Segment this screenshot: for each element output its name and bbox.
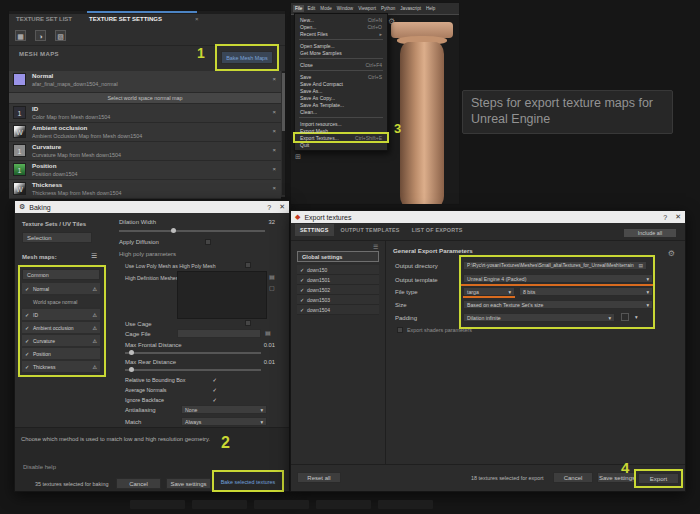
menubar-item[interactable]: File: [293, 5, 304, 12]
output-directory-field[interactable]: P:\Ryc\rt-yosan\Textures\Meshes\Small_al…: [463, 261, 647, 270]
menubar-item[interactable]: Javascript: [398, 5, 423, 12]
texture-set-row[interactable]: ✓ down1501: [297, 275, 379, 285]
selection-dropdown[interactable]: Selection: [22, 232, 92, 243]
output-template-dropdown[interactable]: Unreal Engine 4 (Packed) ▾: [463, 274, 653, 283]
file-menu-item[interactable]: Recent Files ▸: [295, 30, 387, 37]
bake-map-checkbox-row[interactable]: ✓ Ambient occlusion ⚠: [22, 322, 100, 333]
close-icon[interactable]: ✕: [279, 203, 285, 211]
file-menu-item[interactable]: [299, 70, 383, 71]
filter-icon[interactable]: ☰: [91, 252, 97, 260]
file-menu-item[interactable]: Save As Template...: [295, 101, 387, 108]
bake-map-checkbox-row[interactable]: ✓ Position: [22, 348, 100, 359]
max-rear-slider[interactable]: [125, 369, 261, 371]
reset-all-button[interactable]: Reset all: [297, 472, 341, 483]
tab-close-icon[interactable]: ×: [195, 16, 199, 22]
size-dropdown[interactable]: Based on each Texture Set's size ▾: [463, 300, 653, 309]
file-menu-item[interactable]: [299, 58, 383, 59]
cancel-button[interactable]: Cancel: [116, 478, 161, 489]
include-all-button[interactable]: Include all: [623, 228, 677, 238]
select-world-space-normal-button[interactable]: Select world space normal map: [9, 93, 281, 104]
cage-file-browse-icon[interactable]: ▤: [265, 329, 271, 336]
bake-mesh-maps-button[interactable]: Bake Mesh Maps: [221, 51, 273, 64]
use-low-poly-checkbox[interactable]: [245, 262, 251, 268]
menubar-item[interactable]: Python: [379, 5, 397, 12]
bake-map-checkbox-row[interactable]: ✓ Curvature ⚠: [22, 335, 100, 346]
file-menu-item[interactable]: Save Ctrl+S: [295, 73, 387, 80]
texture-set-row[interactable]: ✓ down1502: [297, 285, 379, 295]
dilation-width-slider[interactable]: [119, 230, 265, 232]
mesh-map-row[interactable]: 1 ID Color Map from Mesh down1504 ×: [9, 104, 281, 123]
size-link-icon[interactable]: [621, 313, 629, 321]
export-tab[interactable]: LIST OF EXPORTS: [407, 224, 468, 236]
add-mesh-file-icon[interactable]: ▤: [269, 273, 275, 280]
remove-mesh-file-icon[interactable]: ▢: [269, 284, 275, 291]
close-icon[interactable]: ✕: [675, 213, 681, 221]
save-settings-button[interactable]: Save settings: [166, 478, 211, 489]
file-menu-item[interactable]: Save And Compact: [295, 80, 387, 87]
help-icon[interactable]: ?: [663, 214, 667, 221]
shelf-panel-icon[interactable]: ⊞: [295, 153, 301, 161]
remove-map-icon[interactable]: ×: [272, 147, 276, 153]
taskbar-item[interactable]: [192, 500, 247, 509]
file-type-dropdown[interactable]: targa ▾: [463, 287, 515, 296]
texture-set-row[interactable]: ✓ down1503: [297, 295, 379, 305]
file-menu-item[interactable]: Save As...: [295, 87, 387, 94]
remove-map-icon[interactable]: ×: [272, 166, 276, 172]
viewport-3d[interactable]: [387, 14, 459, 204]
file-menu-item[interactable]: [299, 39, 383, 40]
bake-map-checkbox-row[interactable]: ✓ Normal ⚠: [22, 283, 100, 294]
max-frontal-slider[interactable]: [125, 352, 261, 354]
disable-help-link[interactable]: Disable help: [23, 464, 56, 470]
common-dropdown[interactable]: Common: [22, 269, 100, 280]
remove-map-icon[interactable]: ×: [272, 76, 276, 82]
bake-selected-textures-button[interactable]: Bake selected textures: [216, 476, 280, 487]
menubar-item[interactable]: Viewport: [356, 5, 378, 12]
folder-browse-icon[interactable]: ▤: [638, 263, 643, 268]
mesh-maps-icon[interactable]: ▨: [55, 30, 66, 41]
menubar-item[interactable]: Edit: [305, 5, 317, 12]
settings-gear-icon[interactable]: ⚙: [668, 249, 675, 258]
bit-depth-dropdown[interactable]: 8 bits ▾: [519, 287, 653, 296]
list-filter-icon[interactable]: ☰: [373, 243, 378, 250]
help-icon[interactable]: ?: [267, 204, 271, 211]
texture-set-row[interactable]: ✓ down1504: [297, 305, 379, 315]
use-cage-checkbox[interactable]: [245, 320, 251, 326]
bake-map-checkbox-row[interactable]: World space normal: [22, 296, 100, 307]
file-menu-item[interactable]: Save As Copy...: [295, 94, 387, 101]
scrollbar-thumb[interactable]: [282, 73, 285, 131]
save-settings-button[interactable]: Save settings: [597, 472, 637, 483]
file-menu-item[interactable]: New... Ctrl+N: [295, 16, 387, 23]
cancel-button[interactable]: Cancel: [553, 472, 593, 483]
apply-diffusion-checkbox[interactable]: [205, 239, 211, 245]
taskbar-item[interactable]: [130, 500, 185, 509]
mesh-map-row[interactable]: W Ambient occlusion Ambient Occlusion Ma…: [9, 123, 281, 142]
file-menu-item[interactable]: [299, 117, 383, 118]
file-menu-item[interactable]: Get More Samples: [295, 49, 387, 56]
tab-texture-set-list[interactable]: TEXTURE SET LIST: [16, 16, 72, 22]
high-def-meshes-listbox[interactable]: [177, 271, 267, 319]
antialiasing-dropdown[interactable]: None ▾: [181, 405, 267, 414]
mesh-map-row-normal[interactable]: Normal afar_final_maps_down1504_normal ×: [9, 71, 281, 93]
menubar-item[interactable]: Mode: [318, 5, 334, 12]
padding-dropdown[interactable]: Dilation infinite ▾: [463, 313, 615, 322]
bake-map-checkbox-row[interactable]: ✓ ID ⚠: [22, 309, 100, 320]
match-dropdown[interactable]: Always ▾: [181, 417, 267, 426]
taskbar-item[interactable]: [378, 500, 433, 509]
scrollbar-track[interactable]: [282, 71, 285, 195]
tab-texture-set-settings[interactable]: TEXTURE SET SETTINGS: [89, 16, 162, 22]
taskbar-item[interactable]: [254, 500, 309, 509]
mesh-map-row[interactable]: 1 Position Position down1504 ×: [9, 161, 281, 180]
file-menu-item[interactable]: Open Sample...: [295, 42, 387, 49]
cage-file-input[interactable]: [177, 329, 261, 338]
file-menu-item[interactable]: Clean...: [295, 108, 387, 115]
export-tab[interactable]: OUTPUT TEMPLATES: [336, 224, 405, 236]
export-shaders-checkbox[interactable]: [397, 327, 403, 333]
bake-map-checkbox-row[interactable]: ✓ Thickness ⚠: [22, 361, 100, 372]
chevron-down-icon[interactable]: ▾: [635, 314, 638, 320]
mesh-map-row[interactable]: W Thickness Thickness Map from Mesh down…: [9, 180, 281, 199]
global-settings-item[interactable]: Global settings: [297, 251, 379, 262]
channels-icon[interactable]: ◑: [35, 30, 46, 41]
bake-toggle-row[interactable]: Relative to Bounding Box ✓: [125, 375, 217, 385]
menubar-item[interactable]: Window: [335, 5, 355, 12]
export-button[interactable]: Export: [638, 473, 679, 484]
